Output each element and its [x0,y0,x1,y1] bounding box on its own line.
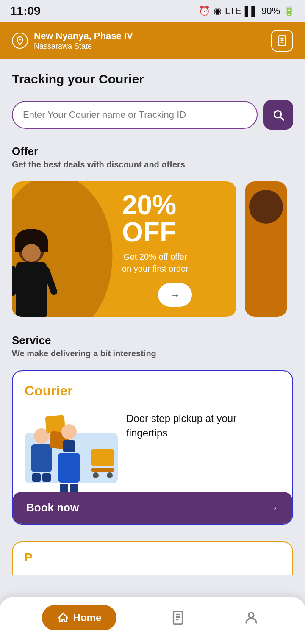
offer-description: Get 20% off offeron your first order [122,251,189,275]
signal-icon: ▌▌ [245,6,258,17]
wifi-icon: ◉ [214,6,222,17]
offer-button[interactable]: → [158,283,192,307]
service-description: Door step pickup at your fingertips [126,407,280,440]
offer-person-illustration [12,181,118,317]
search-input-wrapper[interactable] [12,101,258,129]
search-input[interactable] [23,109,247,120]
book-now-button[interactable]: Book now → [13,492,292,524]
status-icons: ⏰ ◉ LTE ▌▌ 90% 🔋 [199,6,295,17]
battery-label: 90% [261,6,280,17]
courier-label: Courier [25,383,280,399]
battery-icon: 🔋 [283,6,295,17]
service-section-subtitle: We make delivering a bit interesting [12,349,293,358]
svg-point-9 [249,613,254,618]
status-time: 11:09 [10,4,41,18]
svg-point-0 [19,39,21,41]
orders-nav-button[interactable] [166,606,190,630]
bottom-nav: Home [0,597,305,644]
offer-percent: 20% [122,192,176,219]
book-now-label: Book now [26,501,79,514]
offer-arrow-icon: → [170,289,180,301]
offer-card-2-partial [245,181,287,317]
alarm-icon: ⏰ [199,6,210,17]
partial-card-label: P [25,551,280,564]
offer-section-title: Offer [12,145,293,158]
orders-nav-icon [170,610,186,625]
orders-icon[interactable] [271,30,293,52]
home-nav-label: Home [73,612,102,624]
location-name: New Nyanya, Phase IV [34,31,133,42]
status-bar: 11:09 ⏰ ◉ LTE ▌▌ 90% 🔋 [0,0,305,22]
partial-next-card: P [12,541,293,575]
location-icon [12,33,28,49]
offer-cards-scroll[interactable]: 20% OFF Get 20% off offeron your first o… [0,181,305,317]
delivery-illustration [25,407,118,483]
main-content: Tracking your Courier Offer Get the best… [0,59,305,626]
offer-card-1: 20% OFF Get 20% off offeron your first o… [12,181,236,317]
header-location-text: New Nyanya, Phase IV Nassarawa State [34,31,133,50]
home-nav-button[interactable]: Home [42,605,117,630]
header: New Nyanya, Phase IV Nassarawa State [0,22,305,59]
offer-section-subtitle: Get the best deals with discount and off… [12,160,293,169]
location-state: Nassarawa State [34,42,133,51]
home-icon [57,612,69,624]
offer-text: 20% OFF Get 20% off offeron your first o… [118,183,236,315]
search-icon [272,108,285,122]
service-card: Courier [12,370,293,525]
header-left: New Nyanya, Phase IV Nassarawa State [12,31,133,50]
profile-nav-icon [244,610,259,625]
page-title: Tracking your Courier [12,72,293,86]
search-row [12,100,293,130]
profile-nav-button[interactable] [239,606,263,630]
service-section-title: Service [12,334,293,347]
offer-off: OFF [122,219,176,246]
lte-label: LTE [225,6,241,17]
book-now-arrow-icon: → [268,501,279,514]
service-card-inner: Door step pickup at your fingertips [25,407,280,483]
search-button[interactable] [263,100,293,130]
